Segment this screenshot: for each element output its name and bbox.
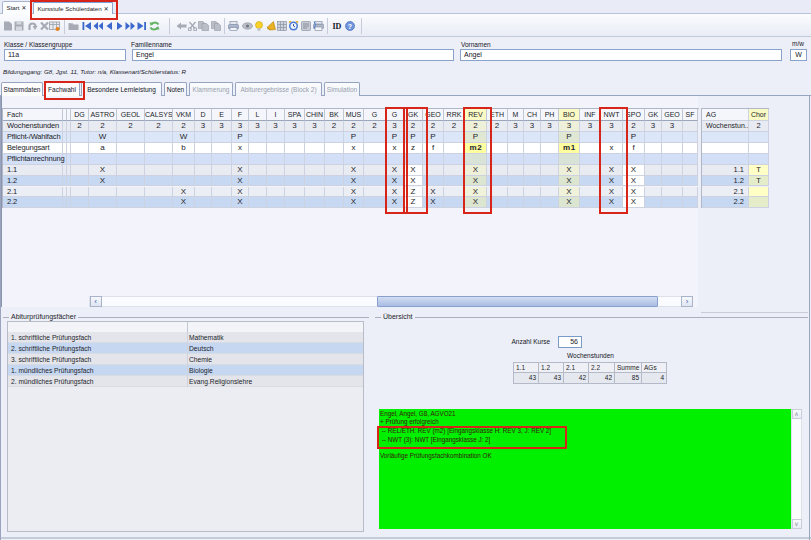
svg-text:?: ?	[347, 23, 351, 30]
